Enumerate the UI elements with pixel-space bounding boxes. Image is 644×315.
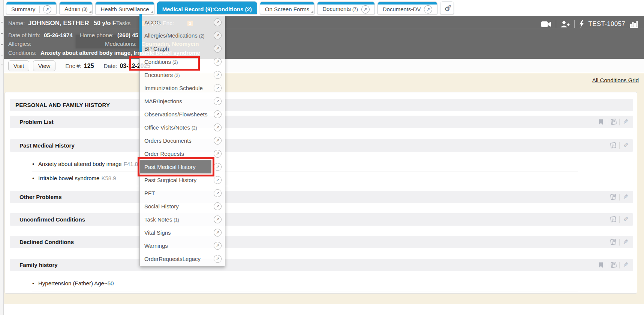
menu-item-label: Social History xyxy=(140,200,211,213)
external-link-icon[interactable]: ↗ xyxy=(214,71,222,79)
section-band-personal-and-family-history: PERSONAL AND FAMILY HISTORY xyxy=(10,99,633,111)
external-link-icon[interactable]: ↗ xyxy=(214,216,222,223)
tab-documents[interactable]: Documents(7)↗ xyxy=(317,2,375,14)
menu-item-office-visits-notes[interactable]: Office Visits/Notes(2)↗ xyxy=(140,121,225,134)
book-icon[interactable] xyxy=(610,262,617,268)
bookmark-action[interactable] xyxy=(595,262,607,268)
external-link-icon[interactable]: ↗ xyxy=(214,189,222,197)
tab-admin[interactable]: Admin(3) xyxy=(59,2,93,14)
book-icon[interactable] xyxy=(610,194,617,200)
pencil-action[interactable]: ✎ xyxy=(619,262,632,268)
book-action[interactable] xyxy=(607,262,619,268)
date-label: Date: xyxy=(104,63,117,69)
menu-item-observations-flowsheets[interactable]: Observations/Flowsheets↗ xyxy=(140,108,225,121)
menu-item-orders-documents[interactable]: Orders Documents↗ xyxy=(140,134,225,147)
menu-item-acog[interactable]: ACOG↗ xyxy=(140,16,225,29)
external-link-icon[interactable]: ↗ xyxy=(214,58,222,66)
menu-item-mar-injections[interactable]: MAR/Injections↗ xyxy=(140,95,225,108)
menu-item-warnings[interactable]: Warnings↗ xyxy=(140,239,225,252)
pencil-action[interactable]: ✎ xyxy=(619,216,632,223)
menu-item-label: Allergies/Medications(2) xyxy=(140,29,211,42)
pencil-action[interactable]: ✎ xyxy=(619,239,632,246)
external-link-icon[interactable]: ↗ xyxy=(214,229,222,237)
video-camera-icon[interactable] xyxy=(541,21,551,27)
external-link-icon[interactable]: ↗ xyxy=(214,163,222,171)
external-link-icon[interactable]: ↗ xyxy=(214,150,222,158)
bookmark-icon[interactable] xyxy=(598,262,604,268)
visit-button[interactable]: Visit xyxy=(8,60,29,71)
book-icon[interactable] xyxy=(610,119,617,125)
bookmark-action[interactable] xyxy=(595,119,607,125)
bookmark-icon[interactable] xyxy=(598,119,604,125)
external-link-icon[interactable]: ↗ xyxy=(214,18,222,26)
tab-documents-dv[interactable]: Documents-DV↗ xyxy=(377,2,438,14)
menu-item-label: Office Visits/Notes(2) xyxy=(140,121,211,134)
external-link-icon[interactable]: ↗ xyxy=(214,97,222,105)
pencil-icon[interactable]: ✎ xyxy=(623,142,628,149)
book-action[interactable] xyxy=(607,216,619,223)
all-conditions-grid-link[interactable]: All Conditions Grid xyxy=(592,77,639,83)
external-link-icon[interactable]: ↗ xyxy=(214,202,222,210)
pencil-icon[interactable]: ✎ xyxy=(623,194,628,200)
menu-item-immunization-schedule[interactable]: Immunization Schedule↗ xyxy=(140,81,225,95)
pencil-action[interactable]: ✎ xyxy=(619,119,632,125)
view-button[interactable]: View xyxy=(33,60,55,71)
external-link-icon[interactable]: ↗ xyxy=(214,242,222,250)
external-link-icon[interactable]: ↗ xyxy=(214,84,222,92)
menu-item-vital-signs[interactable]: Vital Signs↗ xyxy=(140,226,225,239)
conditions-label: Conditions: xyxy=(8,48,36,57)
menu-item-allergies-medications[interactable]: Allergies/Medications(2)↗ xyxy=(140,29,225,42)
menu-item-orderrequestslegacy[interactable]: OrderRequestsLegacy↗ xyxy=(140,252,225,265)
external-link-icon[interactable]: ↗ xyxy=(214,255,222,263)
conditions-row: Conditions: Anxiety about altered body i… xyxy=(4,48,644,57)
add-person-icon[interactable] xyxy=(561,21,570,28)
menu-item-bp-graph[interactable]: BP Graph↗ xyxy=(140,42,225,55)
menu-item-social-history[interactable]: Social History↗ xyxy=(140,200,225,213)
pencil-icon[interactable]: ✎ xyxy=(623,239,628,246)
external-link-icon[interactable]: ↗ xyxy=(214,45,222,53)
book-action[interactable] xyxy=(607,119,619,125)
menu-item-pft[interactable]: PFT↗ xyxy=(140,187,225,200)
external-link-icon[interactable]: ↗ xyxy=(214,110,222,118)
book-icon[interactable] xyxy=(610,142,617,149)
menu-item-conditions[interactable]: Conditions(2)↗ xyxy=(140,55,225,68)
menu-item-past-medical-history[interactable]: Past Medical History↗ xyxy=(140,160,225,173)
tab-summary[interactable]: Summary↗ xyxy=(6,2,57,14)
book-icon[interactable] xyxy=(610,216,617,223)
tab-on-screen-forms[interactable]: On Screen Forms xyxy=(260,2,315,14)
menu-item-order-requests[interactable]: Order Requests↗ xyxy=(140,147,225,160)
external-link-icon[interactable]: ↗ xyxy=(361,5,370,14)
menu-item-count: (2) xyxy=(199,33,205,39)
active-tab-connector xyxy=(139,14,142,52)
book-action[interactable] xyxy=(607,194,619,200)
external-link-icon[interactable]: ↗ xyxy=(43,5,51,14)
menu-item-task-notes[interactable]: Task Notes(1)↗ xyxy=(140,213,225,226)
settings-button[interactable]: ⚙⚙ xyxy=(440,2,454,14)
external-link-icon[interactable]: ↗ xyxy=(214,124,222,131)
pencil-icon[interactable]: ✎ xyxy=(623,216,628,223)
external-link-icon[interactable]: ↗ xyxy=(214,137,222,145)
pencil-icon[interactable]: ✎ xyxy=(623,262,628,268)
tab-health-surveillance[interactable]: Health Surveillance xyxy=(95,2,154,14)
menu-item-encounters[interactable]: Encounters(2)↗ xyxy=(140,68,225,81)
main-tab-bar: Summary↗Admin(3)Health SurveillanceMedic… xyxy=(6,2,454,14)
tab-medical-record-9-conditions-2[interactable]: Medical Record (9):Conditions (2) xyxy=(157,2,257,14)
pencil-icon[interactable]: ✎ xyxy=(623,119,628,125)
tasks-label[interactable]: Tasks xyxy=(116,18,130,29)
external-link-icon[interactable]: ↗ xyxy=(214,176,222,184)
pencil-action[interactable]: ✎ xyxy=(619,194,632,200)
list-item: •Anxiety about altered body imageF41.8 xyxy=(32,158,578,172)
conditions-content-area: All Conditions Grid PERSONAL AND FAMILY … xyxy=(4,73,644,304)
book-action[interactable] xyxy=(607,142,619,149)
pencil-action[interactable]: ✎ xyxy=(619,142,632,149)
menu-item-past-surgical-history[interactable]: Past Surgical History↗ xyxy=(140,173,225,187)
section-title: PERSONAL AND FAMILY HISTORY xyxy=(10,102,110,108)
section-actions: ✎ xyxy=(595,259,632,271)
bar-chart-icon[interactable] xyxy=(630,20,638,28)
book-icon[interactable] xyxy=(610,239,617,245)
external-link-icon[interactable]: ↗ xyxy=(214,32,222,39)
rail-tick xyxy=(1,22,3,23)
flash-icon[interactable] xyxy=(579,20,584,28)
book-action[interactable] xyxy=(607,239,619,245)
external-link-icon[interactable]: ↗ xyxy=(424,5,432,14)
